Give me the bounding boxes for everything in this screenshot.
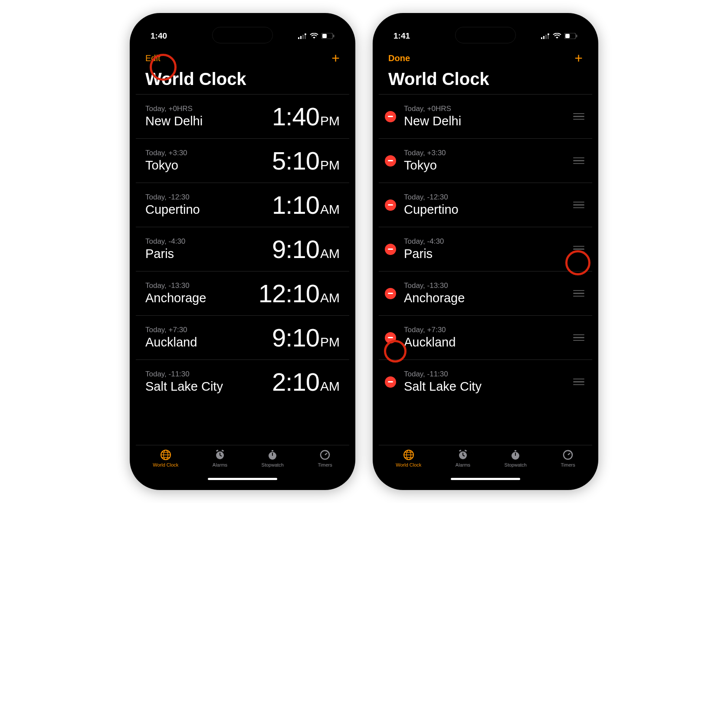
clock-list: Today, +0HRS New Delhi 1:40PM Today, +3:…	[136, 94, 349, 445]
clock-row[interactable]: Today, -13:30 Anchorage	[379, 271, 592, 315]
tab-timers[interactable]: Timers	[318, 449, 332, 467]
time-display: 9:10PM	[272, 323, 340, 352]
svg-point-4	[305, 33, 306, 35]
svg-rect-14	[216, 450, 219, 452]
city-label: Paris	[404, 247, 567, 261]
offset-label: Today, +0HRS	[145, 105, 272, 113]
time-display: 12:10AM	[259, 279, 340, 308]
clock-row[interactable]: Today, +3:30 Tokyo 5:10PM	[136, 138, 349, 183]
battery-icon	[321, 33, 334, 39]
offset-label: Today, -12:30	[145, 193, 272, 202]
svg-rect-25	[545, 35, 547, 39]
svg-rect-0	[298, 37, 299, 39]
city-label: Auckland	[145, 335, 272, 350]
city-label: Paris	[145, 247, 272, 261]
drag-handle-icon[interactable]	[573, 334, 584, 341]
svg-rect-23	[541, 37, 542, 39]
nav-bar: Edit +	[136, 47, 349, 68]
wifi-icon	[310, 33, 318, 39]
svg-rect-2	[302, 35, 304, 39]
drag-handle-icon[interactable]	[573, 379, 584, 386]
clock-list-edit: Today, +0HRS New Delhi Today, +3:30 Toky…	[379, 94, 592, 445]
clock-row[interactable]: Today, -4:30 Paris	[379, 227, 592, 271]
time-display: 9:10AM	[272, 235, 340, 264]
drag-handle-icon[interactable]	[573, 202, 584, 209]
nav-bar: Done +	[379, 47, 592, 68]
offset-label: Today, +3:30	[404, 149, 567, 157]
clock-row[interactable]: Today, -11:30 Salt Lake City 2:10AM	[136, 359, 349, 404]
alarm-icon	[214, 449, 226, 461]
clock-row[interactable]: Today, -11:30 Salt Lake City	[379, 359, 592, 404]
tab-stopwatch[interactable]: Stopwatch	[505, 449, 527, 467]
delete-button[interactable]	[385, 199, 396, 211]
stopwatch-icon	[266, 449, 279, 461]
clock-row[interactable]: Today, +0HRS New Delhi	[379, 94, 592, 138]
status-time: 1:41	[394, 31, 410, 41]
drag-handle-icon[interactable]	[573, 290, 584, 297]
svg-rect-1	[300, 36, 302, 39]
time-display: 2:10AM	[272, 367, 340, 396]
status-right	[298, 33, 334, 39]
tab-alarms[interactable]: Alarms	[213, 449, 227, 467]
alarm-icon	[457, 449, 469, 461]
delete-button[interactable]	[385, 155, 396, 167]
city-label: New Delhi	[145, 114, 272, 128]
tab-world-clock[interactable]: World Clock	[396, 449, 421, 467]
done-button[interactable]: Done	[388, 53, 410, 63]
home-indicator[interactable]	[451, 478, 520, 480]
drag-handle-icon[interactable]	[573, 157, 584, 164]
screen-left: 1:40 Edit + World Clock Today, +0HRS New…	[136, 19, 349, 484]
wifi-icon	[553, 33, 561, 39]
city-label: Cupertino	[404, 203, 567, 217]
offset-label: Today, -11:30	[404, 370, 567, 379]
dynamic-island	[212, 27, 273, 43]
edit-button[interactable]: Edit	[145, 53, 160, 63]
city-label: Salt Lake City	[145, 379, 272, 394]
offset-label: Today, +0HRS	[404, 105, 567, 113]
page-title: World Clock	[379, 68, 592, 94]
time-display: 1:40PM	[272, 102, 340, 131]
timer-icon	[562, 449, 574, 461]
clock-row[interactable]: Today, -12:30 Cupertino	[379, 183, 592, 227]
status-right	[541, 33, 577, 39]
delete-button[interactable]	[385, 376, 396, 388]
clock-row[interactable]: Today, +3:30 Tokyo	[379, 138, 592, 183]
svg-line-22	[325, 453, 327, 455]
delete-button[interactable]	[385, 244, 396, 255]
clock-row[interactable]: Today, -13:30 Anchorage 12:10AM	[136, 271, 349, 315]
cellular-icon	[298, 33, 307, 39]
city-label: Auckland	[404, 335, 567, 350]
drag-handle-icon[interactable]	[573, 113, 584, 120]
screen-right: 1:41 Done + World Clock Today, +0HRS New…	[379, 19, 592, 484]
svg-rect-29	[565, 34, 570, 38]
page-title: World Clock	[136, 68, 349, 94]
delete-button[interactable]	[385, 111, 396, 122]
city-label: Anchorage	[145, 291, 259, 305]
tab-stopwatch[interactable]: Stopwatch	[262, 449, 284, 467]
add-button[interactable]: +	[331, 51, 340, 65]
time-display: 1:10AM	[272, 190, 340, 219]
tab-label: Stopwatch	[262, 462, 284, 467]
clock-row[interactable]: Today, +0HRS New Delhi 1:40PM	[136, 94, 349, 138]
offset-label: Today, -11:30	[145, 370, 272, 379]
clock-row[interactable]: Today, +7:30 Auckland 9:10PM	[136, 315, 349, 359]
svg-rect-15	[221, 450, 224, 452]
offset-label: Today, +7:30	[145, 326, 272, 334]
delete-button[interactable]	[385, 332, 396, 343]
tab-world-clock[interactable]: World Clock	[153, 449, 178, 467]
offset-label: Today, -12:30	[404, 193, 567, 202]
add-button[interactable]: +	[574, 51, 583, 65]
home-indicator[interactable]	[208, 478, 277, 480]
drag-handle-icon[interactable]	[573, 246, 584, 253]
tab-label: Stopwatch	[505, 462, 527, 467]
tab-alarms[interactable]: Alarms	[456, 449, 470, 467]
cellular-icon	[541, 33, 550, 39]
tab-timers[interactable]: Timers	[561, 449, 575, 467]
city-label: Cupertino	[145, 203, 272, 217]
offset-label: Today, -13:30	[145, 281, 259, 290]
clock-row[interactable]: Today, -4:30 Paris 9:10AM	[136, 227, 349, 271]
status-time: 1:40	[151, 31, 167, 41]
clock-row[interactable]: Today, +7:30 Auckland	[379, 315, 592, 359]
delete-button[interactable]	[385, 288, 396, 299]
clock-row[interactable]: Today, -12:30 Cupertino 1:10AM	[136, 183, 349, 227]
